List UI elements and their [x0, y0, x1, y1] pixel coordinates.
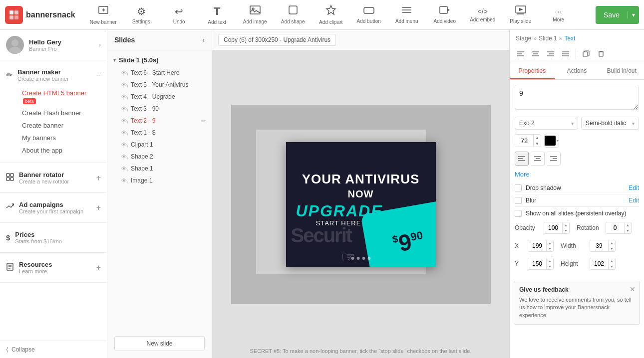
y-input[interactable]: ▲ ▼	[528, 258, 554, 270]
add-menu-button[interactable]: Add menu	[389, 1, 425, 28]
duplicate-button[interactable]	[579, 47, 593, 61]
rotation-field[interactable]	[606, 223, 624, 233]
prices-toggle[interactable]: $ Prices Starts from $16/mo	[0, 227, 107, 248]
list-item[interactable]: 👁 Text 6 - Start Here	[107, 67, 212, 79]
add-shape-button[interactable]: Add shape	[275, 1, 311, 28]
blur-edit-link[interactable]: Edit	[629, 197, 639, 204]
tab-properties[interactable]: Properties	[510, 63, 555, 79]
blur-checkbox[interactable]	[515, 197, 522, 204]
persistent-checkbox[interactable]	[515, 210, 522, 217]
list-item[interactable]: 👁 Shape 1	[107, 163, 212, 175]
collapse-button[interactable]: ⟨ Collapse	[0, 341, 107, 358]
opacity-down-arrow[interactable]: ▼	[563, 228, 569, 233]
opacity-input[interactable]: ▲ ▼	[544, 222, 570, 234]
banner-rotator-add-icon[interactable]: +	[96, 174, 101, 182]
align-left-toolbar-button[interactable]	[514, 47, 528, 61]
delete-button[interactable]	[594, 47, 608, 61]
new-banner-button[interactable]: New banner	[85, 1, 121, 28]
save-button[interactable]: Save ▾	[596, 6, 639, 24]
tab-build-inout[interactable]: Build in/out	[599, 63, 644, 79]
x-down-arrow[interactable]: ▼	[547, 246, 553, 251]
color-swatch[interactable]: ▾	[544, 134, 559, 148]
feedback-close-button[interactable]: ✕	[630, 285, 636, 293]
add-video-button[interactable]: Add video	[427, 1, 463, 28]
x-field[interactable]	[528, 241, 546, 251]
tab-actions[interactable]: Actions	[555, 63, 600, 79]
add-embed-button[interactable]: </> Add embed	[465, 1, 501, 28]
canvas-wrapper[interactable]: YOUR ANTIVIRUS NOW UPGRADE START HERE › …	[212, 50, 509, 358]
create-html5-item[interactable]: Create HTML5 banner beta	[16, 87, 107, 107]
text-align-left-button[interactable]	[515, 152, 529, 166]
drop-shadow-edit-link[interactable]: Edit	[629, 184, 639, 191]
y-up-arrow[interactable]: ▲	[547, 258, 553, 264]
x-up-arrow[interactable]: ▲	[547, 240, 553, 246]
user-section[interactable]: Hello Gery Banner Pro ›	[0, 30, 107, 60]
breadcrumb-text[interactable]: Text	[564, 35, 575, 42]
width-up-arrow[interactable]: ▲	[609, 240, 615, 246]
justify-toolbar-button[interactable]	[559, 47, 573, 61]
align-right-toolbar-button[interactable]	[544, 47, 558, 61]
opacity-up-arrow[interactable]: ▲	[563, 222, 569, 228]
slides-collapse-button[interactable]: ‹	[202, 36, 205, 44]
height-down-arrow[interactable]: ▼	[609, 264, 615, 269]
height-up-arrow[interactable]: ▲	[609, 258, 615, 264]
my-banners-item[interactable]: My banners	[16, 132, 107, 144]
more-button[interactable]: ··· More	[541, 1, 577, 28]
text-align-right-button[interactable]	[547, 152, 561, 166]
width-field[interactable]	[590, 241, 608, 251]
rotation-up-arrow[interactable]: ▲	[625, 222, 631, 228]
settings-button[interactable]: ⚙ Settings	[123, 1, 159, 28]
undo-button[interactable]: ↩ Undo	[161, 1, 197, 28]
width-down-arrow[interactable]: ▼	[609, 246, 615, 251]
breadcrumb-slide[interactable]: Slide 1	[539, 35, 557, 42]
breadcrumb-stage[interactable]: Stage	[516, 35, 531, 42]
y-field[interactable]	[528, 259, 546, 269]
drop-shadow-checkbox[interactable]	[515, 184, 522, 191]
y-down-arrow[interactable]: ▼	[547, 264, 553, 269]
banner-rotator-toggle[interactable]: Banner rotator Create a new rotator +	[0, 167, 107, 188]
align-center-toolbar-button[interactable]	[529, 47, 543, 61]
create-flash-item[interactable]: Create Flash banner	[16, 107, 107, 119]
list-item[interactable]: 👁 Text 4 - Upgrade	[107, 91, 212, 103]
new-slide-button[interactable]: New slide	[114, 336, 205, 351]
font-style-select[interactable]: Semi-bold italic ▾	[581, 117, 639, 130]
play-slide-button[interactable]: Play slide	[503, 1, 539, 28]
list-item[interactable]: 👁 Image 1	[107, 175, 212, 186]
list-item[interactable]: 👁 Text 3 - 90	[107, 103, 212, 115]
about-app-item[interactable]: About the app	[16, 144, 107, 157]
rotation-input[interactable]: ▲ ▼	[606, 222, 632, 234]
font-size-input[interactable]: ▲ ▼	[515, 134, 541, 147]
opacity-field[interactable]	[544, 223, 562, 233]
list-item[interactable]: 👁 Text 1 - $	[107, 127, 212, 139]
font-size-field[interactable]	[515, 135, 533, 147]
add-button-button[interactable]: Add button	[351, 1, 387, 28]
x-input[interactable]: ▲ ▼	[528, 240, 554, 252]
create-banner-item[interactable]: Create banner	[16, 119, 107, 132]
resources-add-icon[interactable]: +	[96, 263, 101, 272]
font-family-select[interactable]: Exo 2 ▾	[515, 117, 578, 130]
text-align-center-button[interactable]	[531, 152, 545, 166]
list-item[interactable]: 👁 Text 5 - Your Antivirus	[107, 79, 212, 91]
height-field[interactable]	[590, 259, 608, 269]
banner-maker-toggle[interactable]: ✏ Banner maker Create a new banner −	[0, 64, 107, 86]
add-image-button[interactable]: Add image	[237, 1, 273, 28]
height-input[interactable]: ▲ ▼	[590, 258, 616, 270]
resources-toggle[interactable]: Resources Learn more +	[0, 257, 107, 278]
more-options-toggle[interactable]: More	[515, 171, 639, 178]
list-item[interactable]: 👁 Shape 2	[107, 151, 212, 163]
rotation-down-arrow[interactable]: ▼	[625, 228, 631, 233]
slide-group-header[interactable]: ▾ Slide 1 (5.0s)	[107, 53, 212, 67]
edit-icon[interactable]: ✏	[201, 118, 206, 124]
font-size-down-arrow[interactable]: ▼	[534, 141, 541, 147]
ad-campaigns-toggle[interactable]: Ad campaigns Create your first campaign …	[0, 197, 107, 218]
list-item[interactable]: 👁 Text 2 - 9 ✏	[107, 115, 212, 127]
text-content-input[interactable]: 9	[515, 85, 639, 110]
save-dropdown-arrow[interactable]: ▾	[628, 11, 639, 18]
list-item[interactable]: 👁 Clipart 1	[107, 139, 212, 151]
width-input[interactable]: ▲ ▼	[590, 240, 616, 252]
add-clipart-button[interactable]: Add clipart	[313, 1, 349, 28]
add-text-button[interactable]: T Add text	[199, 1, 235, 28]
ad-campaigns-add-icon[interactable]: +	[96, 203, 101, 212]
banner-preview[interactable]: YOUR ANTIVIRUS NOW UPGRADE START HERE › …	[286, 142, 436, 267]
font-size-up-arrow[interactable]: ▲	[534, 135, 541, 141]
